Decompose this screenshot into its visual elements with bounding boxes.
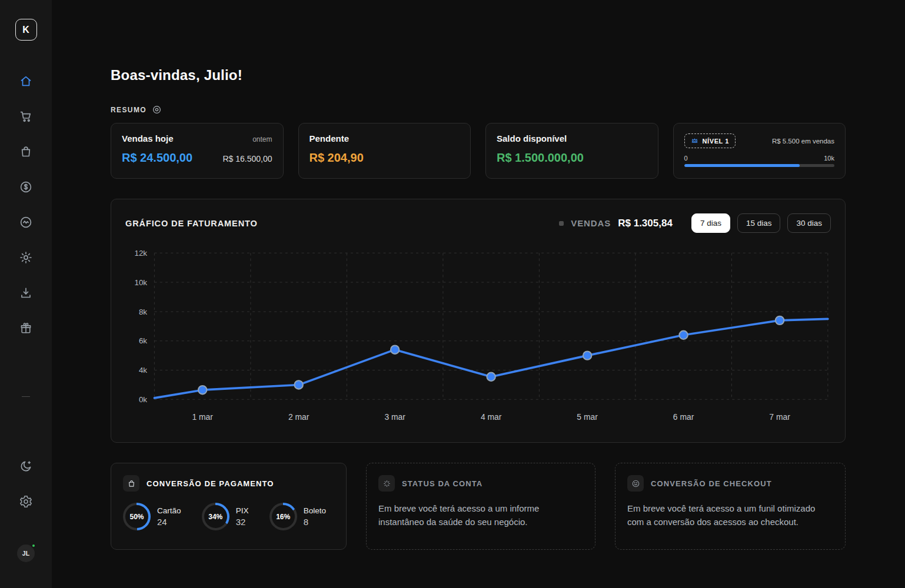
download-icon [19, 286, 33, 300]
bag-icon [19, 145, 33, 159]
resumo-section-label: RESUMO [111, 105, 846, 115]
saldo-value: R$ 1.500.000,00 [497, 151, 584, 165]
moon-icon [19, 459, 33, 473]
logo-letter: K [22, 25, 29, 35]
sidebar-item-rewards[interactable] [19, 321, 33, 335]
revenue-chart-card: GRÁFICO DE FATURAMENTO VENDAS R$ 1.305,8… [111, 199, 846, 443]
sidebar-item-bag[interactable] [19, 145, 33, 159]
compare-label: ontem [252, 135, 272, 143]
sidebar-item-cart[interactable] [19, 109, 33, 123]
range-button-7d[interactable]: 7 dias [691, 213, 730, 233]
sun-gear-icon [19, 250, 33, 265]
boleto-label: Boleto [304, 506, 326, 515]
card-pendente: Pendente R$ 204,90 [298, 123, 471, 179]
bag-icon [127, 479, 136, 488]
svg-text:6k: 6k [139, 336, 147, 345]
dollar-icon [19, 180, 33, 194]
card-title: Pendente [310, 133, 350, 143]
spinner-icon [382, 479, 391, 488]
home-icon [19, 74, 33, 88]
sidebar-nav [19, 74, 33, 335]
vendas-compare-value: R$ 16.500,00 [222, 154, 272, 163]
pix-count: 32 [236, 517, 249, 527]
cart-icon [19, 109, 33, 123]
payment-stats: 50% Cartão 24 34% PIX 32 [123, 503, 334, 530]
avatar-initials: JL [22, 550, 29, 557]
sidebar-item-finance[interactable] [19, 180, 33, 194]
pix-percent: 34% [208, 513, 222, 521]
sidebar: K [0, 0, 52, 588]
eye-icon [152, 105, 162, 115]
svg-text:1 mar: 1 mar [192, 412, 213, 422]
sidebar-item-analytics[interactable] [19, 215, 33, 229]
bottom-panels: CONVERSÃO DE PAGAMENTO 50% Cartão 24 [111, 463, 846, 550]
range-button-30d[interactable]: 30 dias [787, 213, 831, 233]
chart-controls: VENDAS R$ 1.305,84 7 dias 15 dias 30 dia… [559, 213, 831, 233]
cartao-label: Cartão [157, 506, 181, 515]
nivel-badge-label: NÍVEL 1 [703, 138, 730, 145]
checkout-conversion-card: CONVERSÃO DE CHECKOUT Em breve você terá… [615, 463, 846, 550]
nivel-progress-bar [684, 164, 835, 167]
svg-text:5 mar: 5 mar [577, 412, 598, 422]
avatar[interactable]: JL [17, 544, 35, 562]
nivel-sales-label: R$ 5.500 em vendas [772, 138, 834, 145]
app: K [0, 0, 905, 588]
payment-stat-cartao: 50% Cartão 24 [123, 503, 181, 530]
nivel-badge: NÍVEL 1 [684, 133, 736, 148]
dark-mode-toggle[interactable] [19, 459, 33, 473]
svg-text:7 mar: 7 mar [769, 412, 790, 422]
payment-stat-boleto: 16% Boleto 8 [269, 503, 326, 530]
visibility-toggle[interactable] [152, 105, 162, 115]
boleto-count: 8 [304, 517, 326, 527]
sidebar-item-downloads[interactable] [19, 286, 33, 300]
sidebar-bottom [19, 459, 33, 509]
svg-text:4 mar: 4 mar [481, 412, 502, 422]
range-button-15d[interactable]: 15 dias [737, 213, 781, 233]
boleto-percent: 16% [276, 513, 290, 521]
svg-text:10k: 10k [135, 278, 148, 287]
svg-text:4k: 4k [139, 366, 147, 375]
panel-title: STATUS DA CONTA [402, 479, 483, 488]
card-nivel: NÍVEL 1 R$ 5.500 em vendas 0 10k [673, 123, 846, 179]
card-saldo-disponivel: Saldo disponível R$ 1.500.000,00 [485, 123, 658, 179]
card-vendas-hoje: Vendas hoje ontem R$ 24.500,00 R$ 16.500… [111, 123, 284, 179]
progress-max: 10k [824, 155, 834, 162]
payment-stat-pix: 34% PIX 32 [202, 503, 249, 530]
svg-text:0k: 0k [139, 395, 147, 404]
card-title: Saldo disponível [497, 133, 567, 143]
online-status-dot [31, 543, 36, 548]
cartao-donut: 50% [123, 503, 151, 530]
chart-body: 12k10k8k6k4k0k1 mar2 mar3 mar4 mar5 mar6… [125, 247, 831, 429]
main-content: Boas-vindas, Julio! RESUMO Vendas hoje o… [52, 0, 905, 588]
card-title: Vendas hoje [122, 133, 174, 143]
progress-labels: 0 10k [684, 155, 835, 162]
spinner-tile [378, 475, 395, 492]
pix-label: PIX [236, 506, 249, 515]
sidebar-item-home[interactable] [19, 74, 33, 88]
pix-donut: 34% [202, 503, 229, 530]
legend-label: VENDAS [571, 218, 611, 228]
boleto-donut: 16% [269, 503, 297, 530]
svg-text:6 mar: 6 mar [673, 412, 694, 422]
settings-gear-icon [19, 495, 33, 509]
settings-button[interactable] [19, 495, 33, 509]
logo[interactable]: K [15, 19, 37, 41]
svg-text:8k: 8k [139, 308, 147, 316]
account-status-card: STATUS DA CONTA Em breve você terá acess… [366, 463, 595, 550]
chart-header: GRÁFICO DE FATURAMENTO VENDAS R$ 1.305,8… [125, 213, 831, 233]
chart-title: GRÁFICO DE FATURAMENTO [125, 219, 258, 228]
sidebar-item-integrations[interactable] [19, 250, 33, 265]
gift-icon [19, 321, 33, 335]
legend-swatch [559, 221, 564, 226]
svg-text:3 mar: 3 mar [384, 412, 405, 422]
pendente-value: R$ 204,90 [310, 151, 364, 165]
summary-cards: Vendas hoje ontem R$ 24.500,00 R$ 16.500… [111, 123, 846, 179]
panel-title: CONVERSÃO DE PAGAMENTO [147, 479, 274, 488]
revenue-line-chart: 12k10k8k6k4k0k1 mar2 mar3 mar4 mar5 mar6… [125, 247, 831, 429]
legend-value: R$ 1.305,84 [618, 218, 673, 229]
sidebar-divider [22, 396, 30, 397]
payment-conversion-card: CONVERSÃO DE PAGAMENTO 50% Cartão 24 [111, 463, 347, 550]
cartao-count: 24 [157, 517, 181, 527]
panel-title: CONVERSÃO DE CHECKOUT [651, 479, 772, 488]
svg-text:2 mar: 2 mar [288, 412, 310, 422]
